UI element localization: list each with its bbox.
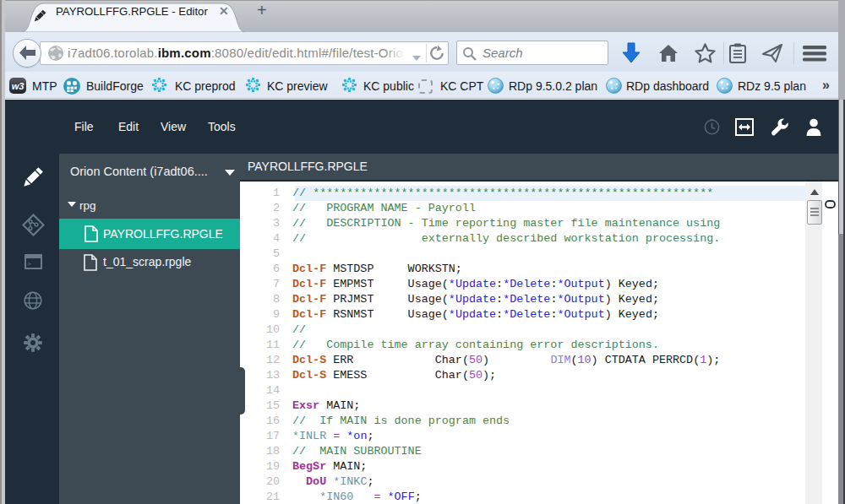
svg-text:w3: w3 bbox=[12, 81, 25, 91]
svg-text:>: > bbox=[27, 260, 31, 268]
